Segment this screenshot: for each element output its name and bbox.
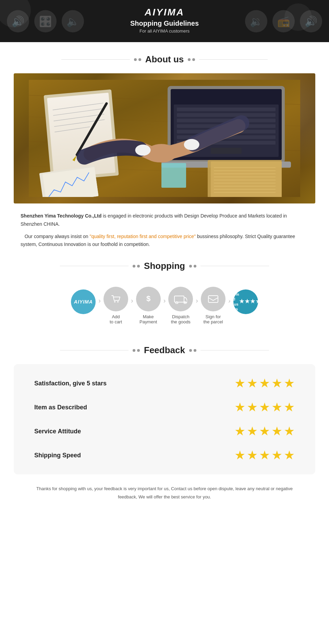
service-label: Service Attitude xyxy=(34,428,81,435)
satisfaction-label: Satisfaction, give 5 stars xyxy=(34,380,107,387)
svg-rect-18 xyxy=(211,148,242,154)
payment-icon: $ xyxy=(136,287,161,311)
svg-point-30 xyxy=(184,139,199,150)
svg-point-49 xyxy=(176,302,178,304)
star-3: ★ xyxy=(259,376,270,391)
dispatch-icon xyxy=(168,287,193,311)
shopping-title: Shopping xyxy=(144,261,185,271)
star-4: ★ xyxy=(271,376,282,391)
item-stars: ★ ★ ★ ★ ★ xyxy=(234,400,295,414)
svg-rect-35 xyxy=(211,162,282,197)
shipping-label: Shipping Speed xyxy=(34,452,81,459)
flow-step-confirm: Confirm andgive us 5 stars ★★★ ★★ - xyxy=(233,289,258,322)
svg-text:$: $ xyxy=(146,294,150,303)
brand-icon: AIYIMA xyxy=(71,289,96,314)
satisfaction-stars: ★ ★ ★ ★ ★ xyxy=(234,376,295,391)
svg-rect-10 xyxy=(177,108,276,111)
star-1: ★ xyxy=(234,376,245,391)
svg-point-28 xyxy=(146,144,177,162)
arrow-3: › xyxy=(161,297,169,305)
flow-step-brand: AIYIMA - xyxy=(71,289,96,322)
flow-step-dispatch: Dispatchthe goods xyxy=(168,287,193,324)
dispatch-label: Dispatchthe goods xyxy=(171,314,191,324)
arrow-4: › xyxy=(193,297,201,305)
page-header: 🔊 🎛️ 🔈 🔉 📻 🔊 AIYIMA Shopping Guidelines … xyxy=(0,0,329,42)
sign-icon xyxy=(201,287,226,311)
shipping-stars: ★ ★ ★ ★ ★ xyxy=(234,448,295,462)
flow-step-cart: Addto cart xyxy=(103,287,128,324)
svg-point-45 xyxy=(114,301,115,302)
service-stars: ★ ★ ★ ★ ★ xyxy=(234,424,295,438)
footer-text: Thanks for shopping with us, your feedba… xyxy=(27,485,302,501)
star-5: ★ xyxy=(284,376,295,391)
feedback-card: Satisfaction, give 5 stars ★ ★ ★ ★ ★ Ite… xyxy=(14,364,315,474)
flow-step-sign: Sign forthe parcel xyxy=(201,287,226,324)
svg-point-46 xyxy=(117,301,119,302)
svg-rect-51 xyxy=(208,296,218,302)
feedback-row-item: Item as Described ★ ★ ★ ★ ★ xyxy=(34,400,295,414)
about-image xyxy=(14,73,315,203)
confirm-label: - xyxy=(245,317,246,322)
header-logo: AIYIMA xyxy=(0,7,329,18)
arrow-2: › xyxy=(128,297,136,305)
header-title: Shopping Guidelines xyxy=(0,20,329,27)
cart-icon xyxy=(103,287,128,311)
confirm-icon: Confirm andgive us 5 stars ★★★ ★★ xyxy=(233,289,258,314)
arrow-1: › xyxy=(96,297,103,305)
feedback-row-satisfaction: Satisfaction, give 5 stars ★ ★ ★ ★ ★ xyxy=(34,376,295,391)
shopping-section-header: Shopping xyxy=(0,261,329,271)
star-2: ★ xyxy=(247,376,258,391)
svg-point-29 xyxy=(135,145,151,156)
header-subtitle: For all AIYIMA customers xyxy=(0,28,329,34)
feedback-title: Feedback xyxy=(144,345,185,356)
about-section-header: About us xyxy=(0,54,329,65)
svg-rect-31 xyxy=(161,163,186,188)
flow-step-payment: $ MakePayment xyxy=(136,287,161,324)
feedback-section-header: Feedback xyxy=(0,345,329,356)
cart-label: Addto cart xyxy=(110,314,122,324)
feedback-row-service: Service Attitude ★ ★ ★ ★ ★ xyxy=(34,424,295,438)
svg-rect-48 xyxy=(174,296,184,302)
about-title: About us xyxy=(145,54,184,65)
svg-rect-11 xyxy=(177,113,276,117)
about-text: Shenzhen Yima Technology Co.,Ltd is enga… xyxy=(21,212,308,249)
payment-label: MakePayment xyxy=(139,314,157,324)
item-label: Item as Described xyxy=(34,404,87,411)
feedback-row-shipping: Shipping Speed ★ ★ ★ ★ ★ xyxy=(34,448,295,462)
shopping-flow: AIYIMA - › Addto cart › $ MakePayment › xyxy=(14,280,315,331)
sign-label: Sign forthe parcel xyxy=(203,314,223,324)
